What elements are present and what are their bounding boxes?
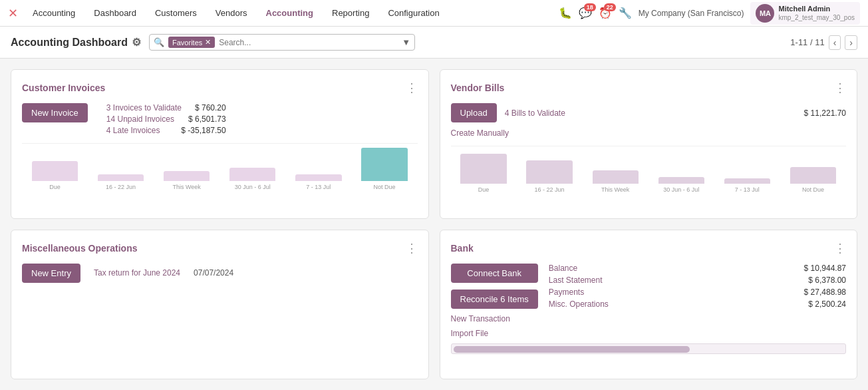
next-page-button[interactable]: › [845, 35, 857, 50]
nav-vendors[interactable]: Vendors [209, 0, 254, 27]
sub-header: Accounting Dashboard ⚙ 🔍 Favorites ✕ ▼ 1… [0, 27, 868, 59]
search-dropdown-icon[interactable]: ▼ [402, 37, 410, 47]
vendor-bills-card: Vendor Bills ⋮ Upload 4 Bills to Validat… [440, 69, 858, 219]
wrench-icon[interactable]: 🔧 [619, 7, 632, 19]
vbar-due-label: Due [478, 186, 490, 193]
vendor-bills-menu-icon[interactable]: ⋮ [834, 81, 846, 95]
import-file-link[interactable]: Import File [451, 329, 538, 338]
misc-operations-stat-label[interactable]: Misc. Operations [549, 299, 609, 309]
last-statement-label[interactable]: Last Statement [549, 276, 603, 285]
vbar-not-due: Not Due [780, 167, 846, 193]
customer-invoices-menu-icon[interactable]: ⋮ [406, 81, 418, 95]
reconcile-button[interactable]: Reconcile 6 Items [451, 290, 538, 309]
bank-menu-icon[interactable]: ⋮ [834, 241, 846, 256]
page-title-container: Accounting Dashboard ⚙ [11, 36, 141, 49]
bar-30jun-6jul-fill [229, 168, 275, 181]
vbar-not-due-fill [790, 167, 836, 184]
bar-due-fill [32, 161, 78, 181]
bug-icon[interactable]: 🐛 [559, 7, 572, 19]
invoice-links: 3 Invoices to Validate $ 760.20 14 Unpai… [106, 103, 226, 135]
bills-to-validate-amount: $ 11,221.70 [804, 108, 846, 118]
late-invoices-link[interactable]: 4 Late Invoices [106, 126, 160, 135]
misc-operations-header: Miscellaneous Operations ⋮ [22, 241, 418, 256]
nav-accounting[interactable]: Accounting [259, 0, 321, 27]
vbar-30jun-6jul-label: 30 Jun - 6 Jul [663, 186, 699, 193]
app-logo: ✕ [8, 6, 18, 21]
unpaid-invoices-link[interactable]: 14 Unpaid Invoices [106, 114, 174, 124]
bar-16-22jun-fill [98, 174, 144, 181]
create-manually-link[interactable]: Create Manually [451, 128, 509, 138]
vbar-16-22jun-label: 16 - 22 Jun [535, 186, 565, 193]
misc-operations-stat-value: $ 2,500.24 [808, 299, 846, 309]
misc-operations-card: Miscellaneous Operations ⋮ New Entry Tax… [11, 230, 429, 380]
vbar-7-13jul-fill [724, 178, 770, 184]
pagination: 1-11 / 11 ‹ › [790, 35, 857, 50]
bar-due: Due [22, 161, 88, 190]
vbar-30jun-6jul-fill [658, 177, 704, 184]
user-subtitle: kmp_2_test_may_30_pos [778, 13, 855, 22]
customer-invoices-card: Customer Invoices ⋮ New Invoice 3 Invoic… [11, 69, 429, 219]
chart-bars: Due 16 - 22 Jun This Week 30 Jun - 6 Jul… [22, 150, 418, 190]
search-icon: 🔍 [154, 37, 164, 47]
nav-accounting-main[interactable]: Accounting [26, 0, 82, 27]
vbar-this-week-label: This Week [601, 186, 629, 193]
bar-30jun-6jul: 30 Jun - 6 Jul [219, 168, 285, 190]
vbar-7-13jul: 7 - 13 Jul [714, 178, 780, 193]
connect-bank-button[interactable]: Connect Bank [451, 264, 538, 283]
tax-return-link[interactable]: Tax return for June 2024 [94, 268, 180, 278]
vendor-bills-title: Vendor Bills [451, 83, 505, 93]
new-entry-button[interactable]: New Entry [22, 264, 80, 283]
company-name: My Company (San Francisco) [639, 9, 744, 18]
misc-operations-menu-icon[interactable]: ⋮ [406, 241, 418, 256]
customer-invoices-chart: Due 16 - 22 Jun This Week 30 Jun - 6 Jul… [22, 143, 418, 190]
settings-icon[interactable]: ⚙ [132, 36, 141, 49]
vbar-this-week: This Week [583, 170, 649, 193]
bar-7-13jul-label: 7 - 13 Jul [306, 184, 331, 190]
vendor-chart-bars: Due 16 - 22 Jun This Week 30 Jun - 6 Jul… [451, 153, 847, 193]
vbar-7-13jul-label: 7 - 13 Jul [735, 186, 760, 193]
bar-due-label: Due [49, 184, 61, 190]
search-input[interactable] [219, 38, 398, 47]
payments-label[interactable]: Payments [549, 288, 584, 297]
clock-icon[interactable]: ⏰ 22 [599, 7, 612, 19]
vbar-16-22jun: 16 - 22 Jun [517, 160, 583, 193]
message-icon[interactable]: 💬 18 [579, 7, 592, 19]
bills-to-validate-link[interactable]: 4 Bills to Validate [505, 108, 565, 118]
vendor-bills-actions: Upload 4 Bills to Validate $ 11,221.70 [451, 103, 847, 122]
vbar-due-fill [460, 154, 506, 184]
payments-row: Payments $ 27,488.98 [549, 288, 846, 297]
misc-operations-title: Miscellaneous Operations [22, 243, 138, 254]
upload-button[interactable]: Upload [451, 103, 497, 122]
user-avatar: MA [756, 4, 774, 23]
nav-icons: 🐛 💬 18 ⏰ 22 🔧 My Company (San Francisco)… [559, 2, 860, 25]
filter-tag[interactable]: Favorites ✕ [168, 37, 215, 48]
vbar-16-22jun-fill [526, 160, 572, 184]
customer-invoices-header: Customer Invoices ⋮ [22, 81, 418, 95]
vbar-due: Due [451, 154, 517, 193]
nav-customers[interactable]: Customers [148, 0, 204, 27]
last-statement-row: Last Statement $ 6,378.00 [549, 276, 846, 285]
payments-value: $ 27,488.98 [804, 288, 846, 297]
late-invoices-amount: $ -35,187.50 [181, 126, 225, 135]
prev-page-button[interactable]: ‹ [829, 35, 841, 50]
bar-30jun-6jul-label: 30 Jun - 6 Jul [235, 184, 271, 190]
balance-label[interactable]: Balance [549, 264, 577, 273]
search-bar[interactable]: 🔍 Favorites ✕ ▼ [149, 34, 415, 51]
balance-value: $ 10,944.87 [804, 264, 846, 273]
bar-7-13jul-fill [295, 174, 341, 181]
nav-dashboard[interactable]: Dashboard [87, 0, 143, 27]
user-menu[interactable]: MA Mitchell Admin kmp_2_test_may_30_pos [750, 2, 860, 25]
company-selector[interactable]: My Company (San Francisco) [639, 9, 744, 18]
vendor-bills-header: Vendor Bills ⋮ [451, 81, 847, 95]
bar-this-week-fill [164, 171, 210, 181]
bar-7-13jul: 7 - 13 Jul [285, 174, 351, 190]
last-statement-value: $ 6,378.00 [808, 276, 846, 285]
bank-scrollbar[interactable] [451, 343, 847, 354]
filter-close-icon[interactable]: ✕ [205, 38, 211, 47]
nav-configuration[interactable]: Configuration [381, 0, 446, 27]
new-transaction-link[interactable]: New Transaction [451, 314, 538, 323]
invoices-to-validate-link[interactable]: 3 Invoices to Validate [106, 103, 182, 112]
new-invoice-button[interactable]: New Invoice [22, 103, 88, 122]
nav-reporting[interactable]: Reporting [325, 0, 376, 27]
page-title: Accounting Dashboard [11, 37, 128, 49]
